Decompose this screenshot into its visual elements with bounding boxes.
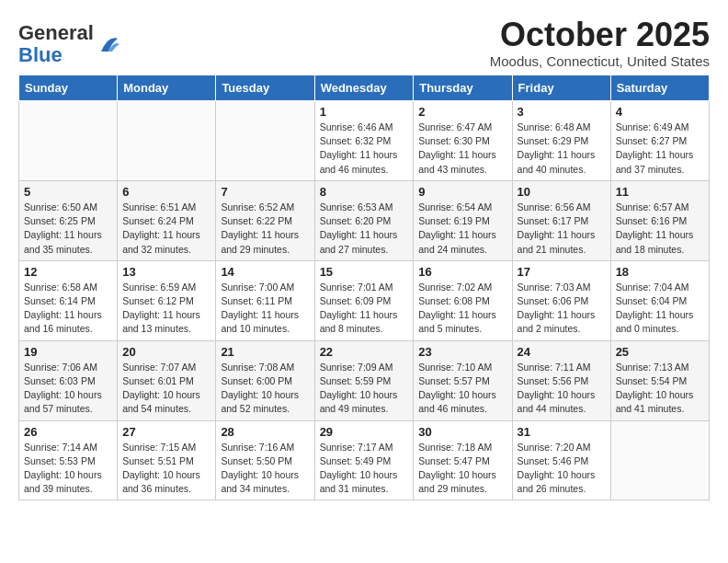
- day-info: Sunrise: 7:09 AMSunset: 5:59 PMDaylight:…: [320, 361, 409, 417]
- day-info: Sunrise: 6:58 AMSunset: 6:14 PMDaylight:…: [24, 281, 112, 337]
- calendar-cell: 20Sunrise: 7:07 AMSunset: 6:01 PMDayligh…: [118, 340, 216, 420]
- day-number: 25: [616, 345, 704, 359]
- day-number: 2: [418, 105, 506, 119]
- day-info: Sunrise: 6:46 AMSunset: 6:32 PMDaylight:…: [320, 121, 409, 177]
- col-wednesday: Wednesday: [314, 75, 414, 101]
- day-info: Sunrise: 7:01 AMSunset: 6:09 PMDaylight:…: [320, 281, 409, 337]
- day-number: 26: [24, 425, 112, 439]
- calendar-cell: 24Sunrise: 7:11 AMSunset: 5:56 PMDayligh…: [512, 340, 610, 420]
- day-info: Sunrise: 6:53 AMSunset: 6:20 PMDaylight:…: [320, 201, 409, 257]
- title-block: October 2025 Moodus, Connecticut, United…: [490, 18, 710, 69]
- calendar-cell: 22Sunrise: 7:09 AMSunset: 5:59 PMDayligh…: [314, 340, 414, 420]
- day-info: Sunrise: 7:17 AMSunset: 5:49 PMDaylight:…: [320, 441, 409, 497]
- calendar-week-1: 1Sunrise: 6:46 AMSunset: 6:32 PMDaylight…: [19, 101, 710, 181]
- logo-icon: [96, 31, 121, 57]
- calendar-cell: 25Sunrise: 7:13 AMSunset: 5:54 PMDayligh…: [610, 340, 709, 420]
- col-sunday: Sunday: [19, 75, 118, 101]
- day-number: 14: [221, 265, 309, 279]
- calendar-week-4: 19Sunrise: 7:06 AMSunset: 6:03 PMDayligh…: [19, 340, 710, 420]
- calendar-cell: 27Sunrise: 7:15 AMSunset: 5:51 PMDayligh…: [118, 420, 216, 500]
- col-friday: Friday: [512, 75, 610, 101]
- day-info: Sunrise: 7:03 AMSunset: 6:06 PMDaylight:…: [518, 281, 606, 337]
- calendar-cell: 16Sunrise: 7:02 AMSunset: 6:08 PMDayligh…: [414, 260, 512, 340]
- logo-general: General: [18, 21, 94, 44]
- day-info: Sunrise: 7:08 AMSunset: 6:00 PMDaylight:…: [221, 361, 309, 417]
- day-info: Sunrise: 7:07 AMSunset: 6:01 PMDaylight:…: [122, 361, 210, 417]
- day-info: Sunrise: 6:51 AMSunset: 6:24 PMDaylight:…: [122, 201, 210, 257]
- calendar-week-5: 26Sunrise: 7:14 AMSunset: 5:53 PMDayligh…: [19, 420, 710, 500]
- logo-blue: Blue: [18, 43, 63, 66]
- calendar-cell: 31Sunrise: 7:20 AMSunset: 5:46 PMDayligh…: [512, 420, 610, 500]
- calendar-cell: 11Sunrise: 6:57 AMSunset: 6:16 PMDayligh…: [610, 180, 709, 260]
- col-saturday: Saturday: [610, 75, 709, 101]
- day-number: 20: [122, 345, 210, 359]
- day-number: 7: [221, 185, 309, 199]
- header-row: Sunday Monday Tuesday Wednesday Thursday…: [19, 75, 710, 101]
- day-number: 13: [122, 265, 210, 279]
- day-info: Sunrise: 6:50 AMSunset: 6:25 PMDaylight:…: [24, 201, 112, 257]
- day-number: 28: [221, 425, 309, 439]
- calendar-cell: 15Sunrise: 7:01 AMSunset: 6:09 PMDayligh…: [314, 260, 414, 340]
- day-number: 3: [518, 105, 606, 119]
- month-title: October 2025: [490, 18, 710, 52]
- day-info: Sunrise: 7:15 AMSunset: 5:51 PMDaylight:…: [122, 441, 210, 497]
- calendar-cell: [610, 420, 709, 500]
- location: Moodus, Connecticut, United States: [490, 53, 710, 69]
- col-thursday: Thursday: [414, 75, 512, 101]
- header: General Blue October 2025 Moodus, Connec…: [18, 18, 710, 69]
- calendar-cell: 12Sunrise: 6:58 AMSunset: 6:14 PMDayligh…: [19, 260, 118, 340]
- day-info: Sunrise: 7:14 AMSunset: 5:53 PMDaylight:…: [24, 441, 112, 497]
- day-info: Sunrise: 7:00 AMSunset: 6:11 PMDaylight:…: [221, 281, 309, 337]
- day-info: Sunrise: 7:20 AMSunset: 5:46 PMDaylight:…: [518, 441, 606, 497]
- day-info: Sunrise: 6:52 AMSunset: 6:22 PMDaylight:…: [221, 201, 309, 257]
- day-number: 21: [221, 345, 309, 359]
- day-info: Sunrise: 7:16 AMSunset: 5:50 PMDaylight:…: [221, 441, 309, 497]
- calendar-cell: 8Sunrise: 6:53 AMSunset: 6:20 PMDaylight…: [314, 180, 414, 260]
- calendar-cell: 18Sunrise: 7:04 AMSunset: 6:04 PMDayligh…: [610, 260, 709, 340]
- day-number: 24: [518, 345, 606, 359]
- day-number: 5: [24, 185, 112, 199]
- logo-text: General Blue: [18, 22, 94, 66]
- day-number: 30: [418, 425, 506, 439]
- calendar-cell: 19Sunrise: 7:06 AMSunset: 6:03 PMDayligh…: [19, 340, 118, 420]
- page-container: General Blue October 2025 Moodus, Connec…: [0, 0, 728, 510]
- day-info: Sunrise: 6:56 AMSunset: 6:17 PMDaylight:…: [518, 201, 606, 257]
- calendar-cell: 14Sunrise: 7:00 AMSunset: 6:11 PMDayligh…: [216, 260, 314, 340]
- calendar-table: Sunday Monday Tuesday Wednesday Thursday…: [18, 75, 710, 500]
- day-info: Sunrise: 6:59 AMSunset: 6:12 PMDaylight:…: [122, 281, 210, 337]
- day-number: 1: [320, 105, 409, 119]
- day-number: 16: [418, 265, 506, 279]
- col-tuesday: Tuesday: [216, 75, 314, 101]
- day-info: Sunrise: 7:11 AMSunset: 5:56 PMDaylight:…: [518, 361, 606, 417]
- calendar-cell: [216, 101, 314, 181]
- day-number: 31: [518, 425, 606, 439]
- calendar-cell: 13Sunrise: 6:59 AMSunset: 6:12 PMDayligh…: [118, 260, 216, 340]
- logo: General Blue: [18, 22, 121, 66]
- calendar-header: Sunday Monday Tuesday Wednesday Thursday…: [19, 75, 710, 101]
- calendar-cell: 26Sunrise: 7:14 AMSunset: 5:53 PMDayligh…: [19, 420, 118, 500]
- day-info: Sunrise: 7:06 AMSunset: 6:03 PMDaylight:…: [24, 361, 112, 417]
- day-info: Sunrise: 6:57 AMSunset: 6:16 PMDaylight:…: [616, 201, 704, 257]
- day-number: 8: [320, 185, 409, 199]
- calendar-cell: 23Sunrise: 7:10 AMSunset: 5:57 PMDayligh…: [414, 340, 512, 420]
- day-number: 4: [616, 105, 704, 119]
- calendar-cell: 4Sunrise: 6:49 AMSunset: 6:27 PMDaylight…: [610, 101, 709, 181]
- calendar-cell: 3Sunrise: 6:48 AMSunset: 6:29 PMDaylight…: [512, 101, 610, 181]
- calendar-cell: 10Sunrise: 6:56 AMSunset: 6:17 PMDayligh…: [512, 180, 610, 260]
- day-number: 6: [122, 185, 210, 199]
- calendar-cell: 30Sunrise: 7:18 AMSunset: 5:47 PMDayligh…: [414, 420, 512, 500]
- calendar-cell: 28Sunrise: 7:16 AMSunset: 5:50 PMDayligh…: [216, 420, 314, 500]
- day-info: Sunrise: 7:13 AMSunset: 5:54 PMDaylight:…: [616, 361, 704, 417]
- day-info: Sunrise: 6:47 AMSunset: 6:30 PMDaylight:…: [418, 121, 506, 177]
- calendar-cell: 21Sunrise: 7:08 AMSunset: 6:00 PMDayligh…: [216, 340, 314, 420]
- day-info: Sunrise: 6:54 AMSunset: 6:19 PMDaylight:…: [418, 201, 506, 257]
- day-number: 29: [320, 425, 409, 439]
- col-monday: Monday: [118, 75, 216, 101]
- calendar-cell: [19, 101, 118, 181]
- day-number: 23: [418, 345, 506, 359]
- calendar-cell: 6Sunrise: 6:51 AMSunset: 6:24 PMDaylight…: [118, 180, 216, 260]
- calendar-week-3: 12Sunrise: 6:58 AMSunset: 6:14 PMDayligh…: [19, 260, 710, 340]
- day-number: 17: [518, 265, 606, 279]
- calendar-cell: 5Sunrise: 6:50 AMSunset: 6:25 PMDaylight…: [19, 180, 118, 260]
- day-number: 22: [320, 345, 409, 359]
